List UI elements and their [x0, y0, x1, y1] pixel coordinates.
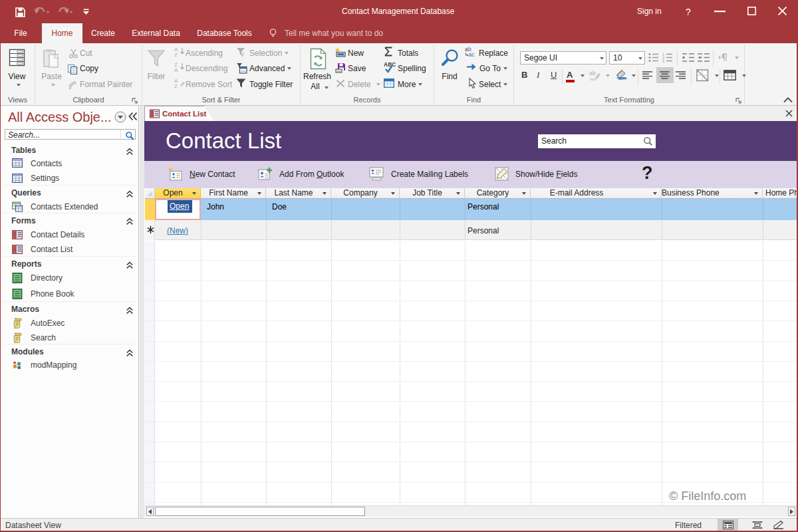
svg-text:ac: ac	[469, 51, 475, 57]
svg-text:3: 3	[662, 59, 664, 63]
svg-text:ab: ab	[589, 70, 596, 76]
svg-text:A: A	[174, 67, 178, 72]
svg-text:ABC: ABC	[384, 61, 396, 68]
svg-text:Z: Z	[174, 52, 178, 57]
svg-text:Z: Z	[174, 83, 178, 88]
